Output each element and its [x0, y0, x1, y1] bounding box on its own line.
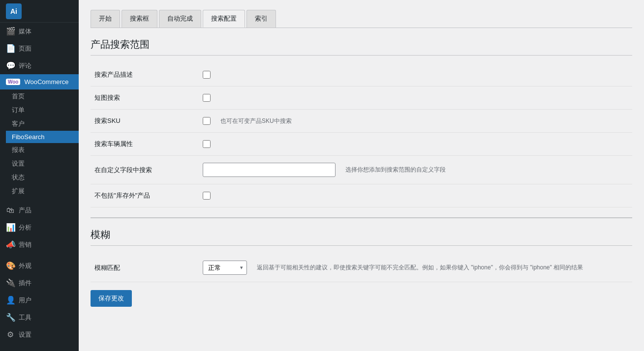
sidebar-item-label: 外观: [19, 262, 31, 270]
sidebar-item-label: 插件: [19, 279, 31, 288]
sidebar-item-label: 设置: [12, 159, 25, 168]
sidebar-item-products[interactable]: 🛍 产品: [0, 202, 79, 219]
label-short-search: 短图搜索: [94, 93, 203, 102]
hint-search-sku: 也可在可变产品SKU中搜索: [220, 117, 292, 125]
tools-icon: 🔧: [6, 313, 15, 322]
sidebar-item-tools[interactable]: 🔧 工具: [0, 309, 79, 326]
content-search-product-desc: [203, 71, 628, 79]
sidebar-item-woocommerce[interactable]: Woo WooCommerce: [0, 74, 79, 89]
sidebar-item-appearance[interactable]: 🎨 外观: [0, 257, 79, 274]
pages-icon: 📄: [6, 44, 15, 53]
sidebar-item-status[interactable]: 状态: [6, 171, 79, 184]
sidebar-item-label: 客户: [12, 119, 25, 128]
form-row-search-sku: 搜索SKU 也可在可变产品SKU中搜索: [91, 110, 632, 133]
sidebar-item-label: 扩展: [12, 187, 25, 196]
sidebar-collapse-menu[interactable]: ◀ 收起菜单: [0, 347, 79, 351]
content-short-search: [203, 94, 628, 102]
sidebar-item-plugins[interactable]: 🔌 插件: [0, 274, 79, 292]
sidebar-item-site-settings[interactable]: ⚙ 设置: [0, 326, 79, 343]
sidebar: Ai 🎬 媒体 📄 页面 💬 评论 Woo WooCommerce 首页 订单 …: [0, 0, 79, 351]
main-content: 开始 搜索框 自动完成 搜索配置 索引 产品搜索范围 搜索产品描述 短图搜索: [79, 0, 644, 351]
label-search-product-desc: 搜索产品描述: [94, 70, 203, 79]
plugins-icon: 🔌: [6, 278, 15, 288]
tab-start[interactable]: 开始: [91, 10, 120, 28]
hint-fuzzy-match: 返回基于可能相关性的建议，即使搜索关键字可能不完全匹配。例如，如果你键入 "ip…: [257, 263, 583, 272]
comments-icon: 💬: [6, 61, 15, 70]
sidebar-item-extensions[interactable]: 扩展: [6, 184, 79, 198]
hint-custom-field: 选择你想添加到搜索范围的自定义字段: [345, 166, 446, 174]
custom-field-input[interactable]: [203, 163, 336, 177]
label-fuzzy-match: 模糊匹配: [94, 263, 203, 272]
sidebar-item-orders[interactable]: 订单: [6, 103, 79, 117]
sidebar-item-users[interactable]: 👤 用户: [0, 292, 79, 309]
sidebar-item-label: 首页: [12, 92, 25, 101]
content-search-vehicle: [203, 140, 628, 148]
content-search-sku: 也可在可变产品SKU中搜索: [203, 117, 628, 125]
form-row-fuzzy-match: 模糊匹配 正常 关闭 宽松 返回基于可能相关性的建议，即使搜索关键字可能不完全匹…: [91, 254, 632, 282]
fuzzy-match-select[interactable]: 正常 关闭 宽松: [203, 261, 247, 275]
logo-icon: Ai: [6, 3, 22, 19]
content-exclude-out-of-stock: [203, 192, 628, 200]
sidebar-item-label: 评论: [19, 61, 31, 70]
sidebar-item-media[interactable]: 🎬 媒体: [0, 23, 79, 40]
sidebar-logo: Ai: [0, 0, 79, 23]
content-fuzzy-match: 正常 关闭 宽松 返回基于可能相关性的建议，即使搜索关键字可能不完全匹配。例如，…: [203, 261, 628, 275]
fuzzy-section: 模糊 模糊匹配 正常 关闭 宽松 返回基于可能相关性的建议，即使搜索关键字可能不…: [91, 228, 632, 282]
section-separator: [91, 217, 632, 218]
products-icon: 🛍: [6, 206, 15, 215]
sidebar-item-settings-woo[interactable]: 设置: [6, 157, 79, 171]
checkbox-exclude-out-of-stock[interactable]: [203, 192, 211, 200]
sidebar-item-label: 产品: [19, 206, 31, 215]
form-row-short-search: 短图搜索: [91, 87, 632, 110]
users-icon: 👤: [6, 295, 15, 305]
sidebar-item-label: 媒体: [19, 27, 31, 36]
sidebar-item-home[interactable]: 首页: [6, 89, 79, 103]
label-search-sku: 搜索SKU: [94, 117, 203, 125]
sidebar-item-pages[interactable]: 📄 页面: [0, 40, 79, 57]
sidebar-item-label: FiboSearch: [12, 133, 44, 141]
sidebar-item-label: 分析: [19, 223, 31, 232]
sidebar-item-label: 工具: [19, 313, 31, 322]
label-search-vehicle: 搜索车辆属性: [94, 140, 203, 148]
analytics-icon: 📊: [6, 223, 15, 232]
product-search-title: 产品搜索范围: [91, 38, 632, 56]
sidebar-item-label: 设置: [19, 330, 31, 339]
form-row-search-product-desc: 搜索产品描述: [91, 63, 632, 87]
sidebar-woo-label: WooCommerce: [24, 78, 68, 86]
fuzzy-title: 模糊: [91, 228, 632, 246]
sidebar-item-label: 报表: [12, 146, 25, 154]
sidebar-item-reports[interactable]: 报表: [6, 143, 79, 157]
woo-submenu: 首页 订单 客户 FiboSearch 报表 设置 状态 扩展: [0, 89, 79, 198]
tabs-bar: 开始 搜索框 自动完成 搜索配置 索引: [91, 10, 632, 28]
sidebar-item-customers[interactable]: 客户: [6, 117, 79, 131]
checkbox-search-vehicle[interactable]: [203, 140, 211, 148]
sidebar-item-label: 营销: [19, 240, 31, 249]
form-row-search-vehicle: 搜索车辆属性: [91, 133, 632, 156]
sidebar-item-analytics[interactable]: 📊 分析: [0, 219, 79, 236]
content-custom-field: 选择你想添加到搜索范围的自定义字段: [203, 163, 628, 177]
fuzzy-match-select-wrap: 正常 关闭 宽松: [203, 261, 247, 275]
media-icon: 🎬: [6, 27, 15, 36]
tab-auto-complete[interactable]: 自动完成: [159, 10, 201, 28]
sidebar-item-label: 状态: [12, 173, 25, 182]
form-row-exclude-out-of-stock: 不包括"库存外"产品: [91, 184, 632, 207]
woo-icon: Woo: [6, 79, 20, 85]
tab-index[interactable]: 索引: [246, 10, 276, 28]
sidebar-item-fibosearch[interactable]: FiboSearch: [6, 131, 79, 143]
tab-search-box[interactable]: 搜索框: [122, 10, 157, 28]
save-button[interactable]: 保存更改: [91, 290, 132, 307]
sidebar-item-comments[interactable]: 💬 评论: [0, 57, 79, 74]
label-custom-field: 在自定义字段中搜索: [94, 166, 203, 175]
logo-icon-text: Ai: [10, 7, 17, 15]
sidebar-item-label: 用户: [19, 296, 31, 305]
checkbox-search-sku[interactable]: [203, 117, 211, 125]
sidebar-item-label: 页面: [19, 44, 31, 53]
settings-icon: ⚙: [6, 330, 15, 339]
sidebar-item-marketing[interactable]: 📣 营销: [0, 236, 79, 253]
checkbox-search-product-desc[interactable]: [203, 71, 211, 79]
checkbox-short-search[interactable]: [203, 94, 211, 102]
product-search-section: 产品搜索范围 搜索产品描述 短图搜索 搜索SKU 也可在可变产品SKU中搜索 搜: [91, 38, 632, 207]
form-row-custom-field: 在自定义字段中搜索 选择你想添加到搜索范围的自定义字段: [91, 156, 632, 184]
tab-search-config[interactable]: 搜索配置: [203, 10, 245, 28]
label-exclude-out-of-stock: 不包括"库存外"产品: [94, 191, 203, 200]
